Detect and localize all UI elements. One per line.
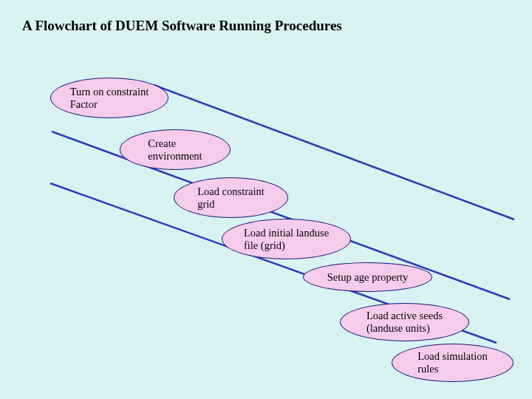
flowchart-canvas: A Flowchart of DUEM Software Running Pro… bbox=[0, 0, 532, 399]
step-turn-on-constraint: Turn on constraint Factor bbox=[50, 78, 168, 118]
step-label: Setup age property bbox=[327, 271, 409, 284]
step-label: Load simulation rules bbox=[417, 350, 488, 375]
step-load-active-seeds: Load active seeds (landuse units) bbox=[340, 303, 469, 341]
step-load-constraint-grid: Load constraint grid bbox=[174, 177, 288, 218]
step-load-simulation-rules: Load simulation rules bbox=[392, 344, 514, 382]
step-label: Load active seeds (landuse units) bbox=[366, 310, 443, 334]
step-label: Load initial landuse file (grid) bbox=[244, 227, 329, 251]
step-label: Load constraint grid bbox=[197, 185, 265, 210]
step-create-environment: Create environment bbox=[120, 129, 231, 170]
step-label: Turn on constraint Factor bbox=[70, 86, 149, 110]
page-title: A Flowchart of DUEM Software Running Pro… bbox=[22, 18, 342, 34]
step-setup-age-property: Setup age property bbox=[303, 262, 432, 292]
svg-line-0 bbox=[52, 132, 510, 299]
step-label: Create environment bbox=[148, 137, 202, 162]
step-load-initial-landuse: Load initial landuse file (grid) bbox=[222, 219, 351, 259]
